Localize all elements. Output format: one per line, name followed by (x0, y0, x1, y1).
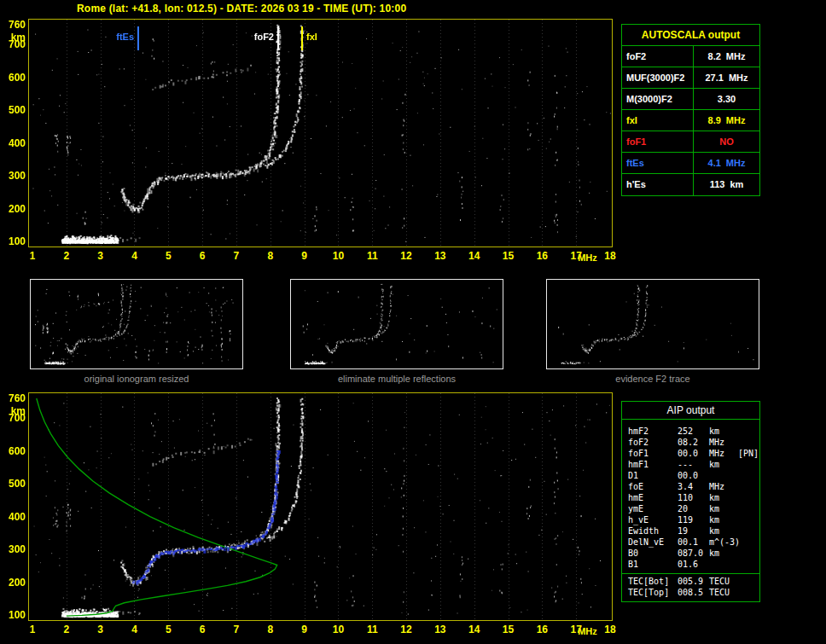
x-axis-tick-label: 15 (496, 250, 521, 262)
autoscala-row-ftEs: ftEs4.1MHz (622, 153, 759, 174)
thumb-original-canvas (31, 280, 242, 368)
aip-row-note (738, 426, 759, 437)
aip-row-value: 00.0 (678, 470, 709, 481)
aip-row-label: B0 (628, 548, 678, 559)
aip-row-B0: B0087.0km (622, 548, 759, 559)
marker-ftEs-line (137, 26, 139, 50)
x-axis-tick-label: 16 (529, 250, 555, 262)
aip-row-ymE: ymE20km (622, 503, 759, 514)
aip-row-value: 00.0 (678, 448, 709, 459)
y-axis-tick-label: 400 (0, 511, 26, 523)
aip-row-unit: km (709, 503, 738, 514)
autoscala-row-label: ftEs (622, 153, 694, 173)
y-axis-tick-label: 100 (0, 235, 26, 247)
autoscala-row-label: h'Es (622, 174, 694, 195)
x-axis-tick-label: 12 (393, 250, 419, 262)
x-axis-tick-label: 4 (121, 250, 147, 262)
aip-row-note (738, 576, 759, 587)
thumb-caption-evidence: evidence F2 trace (546, 374, 759, 384)
aip-row-note (738, 537, 759, 548)
x-axis-tick-label: 14 (462, 624, 487, 635)
autoscala-value-unit: MHz (726, 153, 746, 174)
aip-row-h_vE: h_vE119km (622, 514, 759, 525)
aip-row-unit: km (709, 525, 738, 537)
aip-row-label: TEC[Bot] (628, 576, 678, 587)
marker-foF2-label: foF2 (236, 32, 274, 42)
aip-row-label: B1 (628, 559, 678, 570)
x-axis-tick-label: 16 (529, 624, 555, 635)
autoscala-row-fxI: fxI8.9MHz (622, 110, 759, 131)
aip-row-unit: km (709, 548, 738, 559)
y-axis-tick-label: 760 (0, 19, 26, 31)
x-axis-tick-label: 13 (428, 624, 453, 635)
autoscala-table-rows: foF28.2MHzMUF(3000)F227.1MHzM(3000)F23.3… (622, 46, 759, 195)
x-axis-tick-label: 3 (88, 624, 113, 635)
autoscala-table-title: AUTOSCALA output (622, 25, 759, 46)
x-axis-tick-label: 18 (597, 250, 623, 262)
x-axis-tick-label: 1 (20, 250, 45, 262)
y-axis-tick-label: 300 (0, 543, 26, 555)
aip-row-value: 087.0 (678, 548, 709, 559)
y-axis-tick-label: 200 (0, 203, 26, 215)
aip-row-hmF1: hmF1---km (622, 459, 759, 470)
x-axis-tick-label: 9 (292, 250, 317, 262)
aip-row-note (738, 514, 759, 525)
autoscala-table: AUTOSCALA output foF28.2MHzMUF(3000)F227… (621, 24, 760, 196)
autoscala-value-unit: MHz (726, 110, 746, 131)
aip-row-value: 01.6 (678, 559, 709, 570)
y-axis-tick-label: 500 (0, 478, 26, 490)
aip-row-label: Ewidth (628, 525, 678, 537)
aip-row-label: hmF1 (628, 459, 678, 470)
autoscala-value-number: 8.9 (708, 110, 721, 131)
autoscala-value-number: NO (719, 131, 734, 153)
aip-row-unit: MHz (709, 437, 738, 448)
aip-row-B1: B101.6 (622, 559, 759, 570)
y-axis-tick-label: 500 (0, 104, 26, 116)
x-axis-tick-label: 11 (359, 624, 385, 635)
marker-foF2-line (277, 26, 279, 50)
autoscala-row-value: 27.1MHz (694, 67, 759, 88)
aip-row-value: 08.2 (678, 437, 709, 448)
aip-row-unit: MHz (709, 481, 738, 492)
x-axis-unit-label: MHz (578, 252, 597, 264)
aip-row-note (738, 548, 759, 559)
x-axis-tick-label: 13 (428, 250, 453, 262)
x-axis-tick-label: 1 (20, 624, 45, 635)
x-axis-tick-label: 8 (258, 624, 283, 635)
thumb-evidence-f2-trace (546, 279, 759, 369)
aip-row-value: 005.9 (678, 576, 709, 587)
aip-row-DelN_vE: DelN_vE00.1m^(-3) (622, 537, 759, 548)
thumb-original-ionogram (30, 279, 243, 369)
aip-row-value: 008.5 (678, 587, 709, 598)
bottom-ionogram-canvas (29, 393, 612, 620)
aip-row-value: 119 (678, 514, 709, 525)
autoscala-value-number: 4.1 (708, 153, 721, 174)
marker-ftEs-label: ftEs (96, 32, 134, 42)
aip-row-foE: foE3.4MHz (622, 481, 759, 492)
aip-row-value: 110 (678, 492, 709, 503)
autoscala-value-number: 3.30 (718, 89, 736, 110)
aip-row-unit: km (709, 514, 738, 525)
y-axis-tick-label: 200 (0, 577, 26, 589)
autoscala-row-value: 113km (694, 174, 759, 195)
x-axis-tick-label: 4 (121, 624, 147, 635)
aip-row-label: h_vE (628, 514, 678, 525)
aip-table-rows: hmF2252kmfoF208.2MHzfoF100.0MHz[PN]hmF1-… (622, 420, 759, 571)
autoscala-value-unit: km (730, 174, 743, 195)
x-axis-tick-label: 9 (292, 624, 317, 635)
aip-row-TEC[Bot]: TEC[Bot]005.9TECU (622, 576, 759, 587)
aip-row-D1: D100.0 (622, 470, 759, 481)
autoscala-value-unit: MHz (729, 67, 748, 89)
aip-table: AIP output hmF2252kmfoF208.2MHzfoF100.0M… (621, 401, 760, 602)
autoscala-value-unit: MHz (726, 46, 746, 67)
aip-row-unit (709, 470, 738, 481)
x-axis-tick-label: 15 (496, 624, 521, 635)
aip-row-label: D1 (628, 470, 678, 481)
x-axis-tick-label: 6 (189, 624, 215, 635)
y-axis-tick-label: 300 (0, 170, 26, 182)
autoscala-row-foF1: foF1NO (622, 131, 759, 153)
aip-tec-separator (622, 573, 759, 574)
autoscala-row-foF2: foF28.2MHz (622, 46, 759, 67)
aip-row-unit: TECU (709, 587, 738, 598)
marker-fxI-line (301, 26, 303, 50)
